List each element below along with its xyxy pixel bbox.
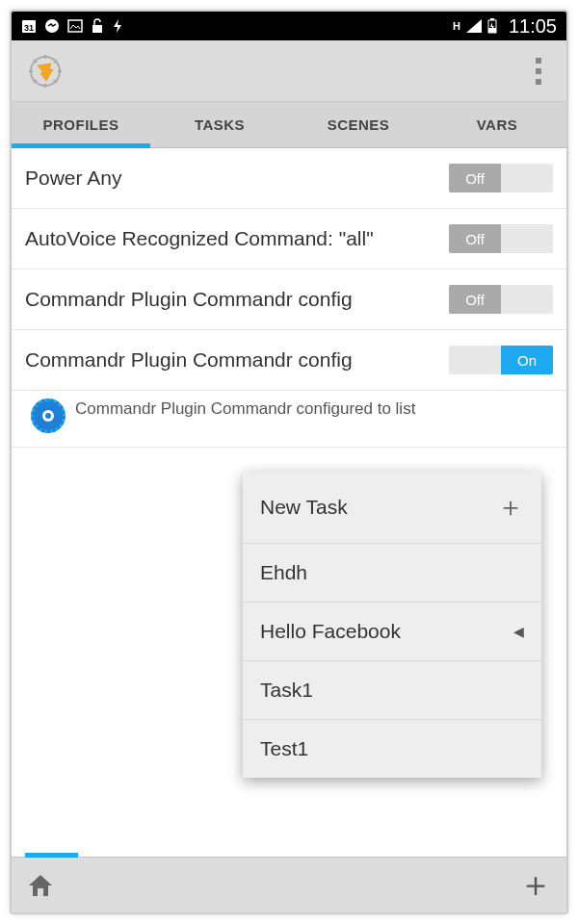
toggle-on-label: On [501, 164, 553, 192]
toggle-on-label: On [501, 346, 553, 374]
profile-row[interactable]: Power Any Off On [12, 148, 566, 209]
signal-icon [466, 19, 482, 33]
profile-label: AutoVoice Recognized Command: "all" [25, 227, 449, 250]
unlock-icon [91, 18, 104, 34]
tab-label: TASKS [195, 116, 245, 133]
toggle-off-label: Off [449, 164, 501, 192]
toggle-on-label: On [501, 224, 553, 253]
popup-item-label: Test1 [260, 737, 308, 760]
task-picker-popup: New Task ＋ Ehdh Hello Facebook ◀ Task1 T… [243, 472, 541, 778]
tab-profiles[interactable]: PROFILES [12, 102, 150, 147]
tab-label: SCENES [328, 116, 390, 133]
svg-rect-6 [490, 18, 494, 20]
submenu-arrow-icon: ◀ [513, 624, 524, 639]
svg-rect-4 [92, 25, 102, 33]
battery-charging-icon [487, 18, 497, 34]
tab-scenes[interactable]: SCENES [289, 102, 428, 147]
status-bar: 31 H 11:05 [12, 12, 566, 40]
toggle-off-label: Off [449, 346, 501, 374]
tab-label: PROFILES [42, 116, 118, 133]
popup-item-label: Hello Facebook [260, 620, 401, 643]
tab-vars[interactable]: VARS [428, 102, 566, 147]
profile-label: Commandr Plugin Commandr config [25, 288, 449, 311]
network-type: H [453, 20, 460, 32]
svg-text:31: 31 [24, 23, 34, 33]
overflow-menu-button[interactable] [524, 52, 553, 90]
profile-detail-text: Commandr Plugin Commandr configured to l… [75, 398, 415, 420]
bottom-indicator [25, 853, 78, 858]
toggle-on-label: On [501, 285, 553, 314]
popup-task-item[interactable]: Ehdh [243, 544, 541, 603]
profile-row[interactable]: Commandr Plugin Commandr config Off On [12, 270, 566, 330]
toggle-switch[interactable]: Off On [449, 224, 553, 253]
clock-time: 11:05 [509, 15, 557, 38]
tab-tasks[interactable]: TASKS [150, 102, 289, 147]
bottom-toolbar: ＋ [12, 857, 566, 912]
popup-item-label: Ehdh [260, 561, 307, 584]
popup-new-task[interactable]: New Task ＋ [243, 472, 541, 544]
toggle-off-label: Off [449, 224, 501, 253]
tab-bar: PROFILES TASKS SCENES VARS [12, 102, 566, 148]
app-bar [12, 40, 566, 102]
svg-rect-3 [68, 20, 82, 32]
tasker-app-icon [25, 51, 66, 91]
add-button[interactable]: ＋ [518, 861, 553, 909]
popup-task-item[interactable]: Hello Facebook ◀ [243, 603, 541, 661]
popup-task-item[interactable]: Test1 [243, 720, 541, 778]
popup-item-label: Task1 [260, 679, 313, 702]
home-button[interactable] [25, 870, 56, 901]
toggle-off-label: Off [449, 285, 501, 314]
flash-icon [112, 18, 123, 34]
profile-label: Commandr Plugin Commandr config [25, 348, 449, 372]
toggle-switch[interactable]: Off On [449, 164, 553, 192]
toggle-switch[interactable]: Off On [449, 285, 553, 314]
svg-point-18 [45, 413, 51, 419]
profile-row[interactable]: Commandr Plugin Commandr config Off On [12, 330, 566, 391]
image-icon [67, 18, 83, 34]
popup-task-item[interactable]: Task1 [243, 661, 541, 720]
commandr-plugin-icon [31, 398, 66, 433]
profile-detail-row[interactable]: Commandr Plugin Commandr configured to l… [12, 391, 566, 448]
profiles-list: Power Any Off On AutoVoice Recognized Co… [12, 148, 566, 448]
profile-row[interactable]: AutoVoice Recognized Command: "all" Off … [12, 209, 566, 270]
calendar-icon: 31 [21, 18, 37, 34]
profile-label: Power Any [25, 167, 449, 190]
toggle-switch[interactable]: Off On [449, 346, 553, 374]
tab-label: VARS [477, 116, 518, 133]
plus-icon: ＋ [497, 489, 524, 526]
popup-item-label: New Task [260, 496, 348, 519]
messenger-icon [44, 18, 60, 34]
